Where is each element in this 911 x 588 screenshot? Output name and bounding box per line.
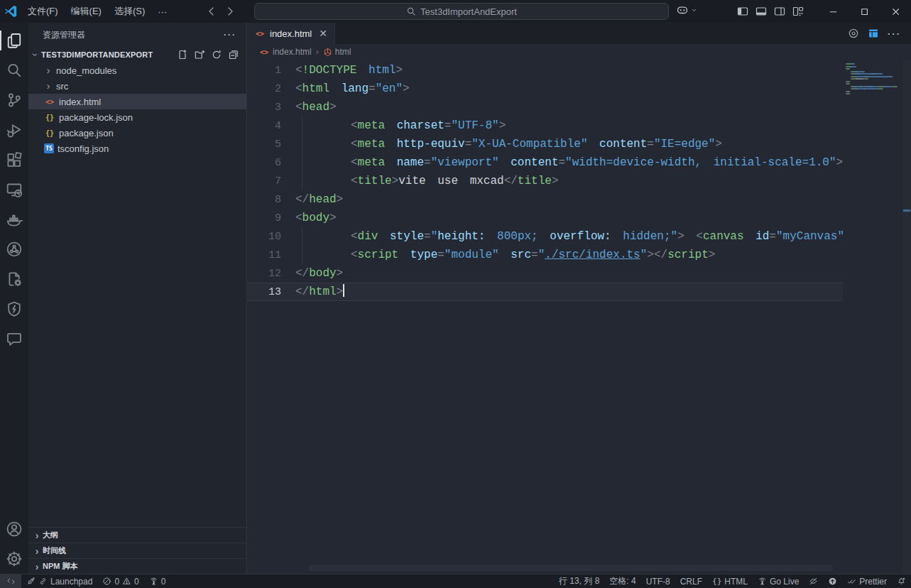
status-ports[interactable]: 0 <box>144 575 171 588</box>
status-notifications[interactable] <box>892 575 911 588</box>
status-language-mode[interactable]: {}HTML <box>707 575 753 588</box>
activity-settings[interactable] <box>0 544 28 574</box>
nav-forward-icon[interactable] <box>224 6 236 17</box>
copilot-menu-button[interactable] <box>676 4 698 16</box>
activity-live-share[interactable] <box>0 234 28 264</box>
activity-extensions[interactable] <box>0 145 28 175</box>
code-line-2[interactable]: 2<html lang="en"> <box>247 80 843 98</box>
horizontal-scrollbar[interactable] <box>308 565 833 571</box>
file-index.html[interactable]: <>index.html <box>28 94 246 109</box>
code-line-12[interactable]: 12</body> <box>247 264 843 283</box>
activity-project-manager[interactable] <box>0 264 28 294</box>
command-center-search[interactable]: Test3dImportAndExport <box>254 3 669 20</box>
outline-panel[interactable]: ›大纲 <box>28 527 246 543</box>
code-line-8[interactable]: 8</head> <box>247 190 843 209</box>
code-token: script <box>667 249 709 261</box>
maximize-button[interactable] <box>849 0 880 23</box>
activity-security-extension[interactable] <box>0 294 28 324</box>
more-actions-button[interactable]: ··· <box>888 28 901 39</box>
minimap[interactable] <box>844 61 901 96</box>
status-remote-indicator[interactable] <box>0 575 21 588</box>
status-encoding[interactable]: UTF-8 <box>641 575 675 588</box>
breadcrumb-file[interactable]: <> index.html <box>258 47 312 57</box>
activity-source-control[interactable] <box>0 85 28 115</box>
activity-docker[interactable] <box>0 205 28 234</box>
json-file-icon: {} <box>44 114 55 121</box>
toggle-primary-sidebar-button[interactable] <box>737 6 748 17</box>
status-indentation[interactable]: 空格: 4 <box>604 575 640 588</box>
file-tsconfig.json[interactable]: TStsconfig.json <box>28 141 246 156</box>
code-line-13[interactable]: 13</html> <box>247 283 843 301</box>
overview-ruler-mark <box>903 209 910 212</box>
tab-bar: <> index.html ✕ ··· <box>247 23 911 44</box>
status-prettier[interactable]: Prettier <box>842 575 892 588</box>
open-preview-button[interactable] <box>868 28 879 39</box>
file-package-lock.json[interactable]: {}package-lock.json <box>28 109 246 125</box>
code-token: > <box>552 175 559 187</box>
breadcrumb-symbol[interactable]: html <box>323 47 351 57</box>
minimap-line <box>844 86 901 87</box>
status-eol[interactable]: CRLF <box>675 575 707 588</box>
activity-chat[interactable] <box>0 324 28 354</box>
code-token: < <box>351 156 358 169</box>
timeline-panel[interactable]: ›时间线 <box>28 543 246 558</box>
code-line-10[interactable]: 10<div style="height: 800px; overflow: h… <box>247 227 843 246</box>
code-line-9[interactable]: 9<body> <box>247 209 843 227</box>
customize-layout-button[interactable] <box>792 6 804 17</box>
status-update[interactable] <box>823 575 842 588</box>
activity-explorer[interactable] <box>0 26 28 55</box>
status-go-live[interactable]: Go Live <box>753 575 804 588</box>
file-src[interactable]: ›src <box>28 78 246 94</box>
run-button[interactable] <box>848 28 859 39</box>
code-line-3[interactable]: 3<head> <box>247 98 843 116</box>
close-button[interactable] <box>880 0 911 23</box>
minimap-line <box>844 68 901 70</box>
refresh-button[interactable] <box>211 49 222 60</box>
status-problems[interactable]: 00 <box>97 575 143 588</box>
status-text: UTF-8 <box>646 577 670 587</box>
code-line-5[interactable]: 5<meta http-equiv="X-UA-Compatible" cont… <box>247 135 843 153</box>
menu-edit[interactable]: 编辑(E) <box>65 2 108 21</box>
scrollbar[interactable] <box>902 60 911 574</box>
code-line-11[interactable]: 11<script type="module" src="./src/index… <box>247 246 843 264</box>
workspace-root-row[interactable]: › TEST3DIMPORTANDEXPORT <box>28 47 246 62</box>
status-spell-checker-off[interactable] <box>804 575 823 588</box>
menu-more[interactable]: ··· <box>151 4 173 20</box>
editor-actions: ··· <box>848 23 911 44</box>
file-node_modules[interactable]: ›node_modules <box>28 62 246 78</box>
status-cursor-position[interactable]: 行 13, 列 8 <box>554 575 604 588</box>
code-token: content <box>599 138 647 151</box>
code-token: " <box>431 230 438 243</box>
minimize-button[interactable] <box>817 0 849 23</box>
npm-scripts-panel[interactable]: ›NPM 脚本 <box>28 558 246 574</box>
collapse-all-button[interactable] <box>228 49 239 60</box>
tab-close-icon[interactable]: ✕ <box>319 28 327 39</box>
code-line-7[interactable]: 7<title>vite use mxcad</title> <box>247 172 843 190</box>
menu-selection[interactable]: 选择(S) <box>108 2 151 21</box>
activity-search[interactable] <box>0 55 28 85</box>
code-line-6[interactable]: 6<meta name="viewport" content="width=de… <box>247 153 843 172</box>
code-token: < <box>295 212 302 224</box>
activity-remote-explorer[interactable] <box>0 175 28 205</box>
code-token: > <box>337 193 344 206</box>
bell-icon <box>897 577 906 586</box>
code-token: "IE=edge" <box>654 138 715 151</box>
new-folder-button[interactable] <box>194 49 205 60</box>
toggle-panel-button[interactable] <box>755 6 767 17</box>
status-text: 0 <box>161 577 166 587</box>
code-line-4[interactable]: 4<meta charset="UTF-8"> <box>247 116 843 135</box>
file-package.json[interactable]: {}package.json <box>28 125 246 141</box>
toggle-secondary-sidebar-button[interactable] <box>774 6 785 17</box>
activity-run-and-debug[interactable] <box>0 115 28 145</box>
chevron-down-icon <box>690 6 698 14</box>
explorer-more-actions-button[interactable]: ··· <box>224 30 236 40</box>
activity-accounts[interactable] <box>0 514 28 544</box>
tab-index-html[interactable]: <> index.html ✕ <box>247 23 335 44</box>
code-editor[interactable]: 1<!DOCTYPE html>2<html lang="en">3<head>… <box>247 61 843 301</box>
status-launchpad[interactable]: Launchpad <box>21 575 97 588</box>
code-token: < <box>351 138 358 151</box>
nav-back-icon[interactable] <box>206 6 217 17</box>
code-line-1[interactable]: 1<!DOCTYPE html> <box>247 61 843 80</box>
menu-file[interactable]: 文件(F) <box>21 2 65 21</box>
new-file-button[interactable] <box>177 49 188 60</box>
